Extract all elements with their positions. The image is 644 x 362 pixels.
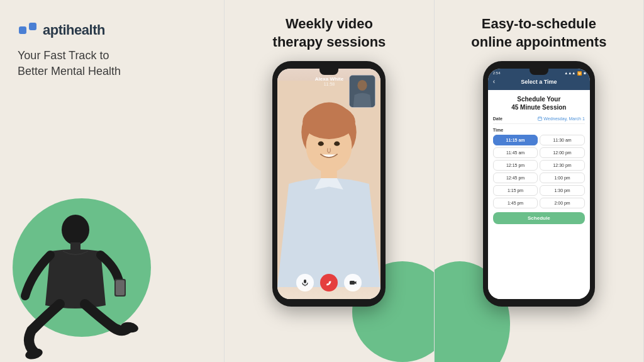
aptihealth-logo-icon — [18, 20, 38, 40]
time-slot[interactable]: 12:00 pm — [540, 147, 585, 158]
phone-screen-video: Alexa White 11:58 — [277, 69, 380, 299]
panel-scheduling: Easy-to-schedule online appointments 2:5… — [435, 0, 644, 362]
time-label: Time — [493, 128, 585, 132]
logo-text: aptihealth — [43, 22, 105, 38]
time-slot[interactable]: 1:00 pm — [540, 173, 585, 183]
time-slot[interactable]: 1:45 pm — [493, 198, 538, 208]
video-call-screen: Alexa White 11:58 — [277, 69, 380, 299]
mic-icon — [301, 279, 309, 286]
scheduling-body: Schedule Your 45 Minute Session Date Wed… — [488, 90, 590, 299]
time-slot[interactable]: 11:45 am — [493, 147, 538, 158]
svg-point-15 — [335, 142, 340, 146]
pip-face — [350, 76, 375, 107]
time-slot[interactable]: 12:15 pm — [493, 160, 538, 171]
time-slot[interactable]: 12:30 pm — [540, 160, 585, 171]
video-controls — [277, 274, 380, 291]
phone-notch — [319, 69, 338, 75]
end-call-icon — [325, 279, 333, 286]
svg-point-9 — [358, 80, 367, 91]
camera-icon — [349, 279, 357, 286]
phone-scheduling-mockup: 2:54 ▲▲▲ 🛜 ■ ‹ Select a Time Schedule Yo… — [483, 61, 595, 307]
logo-area: aptihealth — [18, 20, 105, 40]
sched-phone-notch — [530, 69, 548, 75]
svg-rect-20 — [538, 117, 542, 121]
end-call-button[interactable] — [320, 274, 338, 291]
battery-icon: ■ — [584, 71, 586, 76]
panel-brand: aptihealth Your Fast Track to Better Men… — [0, 0, 225, 362]
svg-point-13 — [303, 105, 356, 139]
time-slot[interactable]: 1:15 pm — [493, 185, 538, 196]
time-slot[interactable]: 2:00 pm — [540, 198, 585, 208]
calendar-icon — [538, 116, 542, 121]
time-slot[interactable]: 12:45 pm — [493, 173, 538, 183]
wifi-icon: 🛜 — [577, 71, 582, 76]
camera-button[interactable] — [344, 274, 362, 291]
svg-rect-5 — [116, 280, 125, 295]
svg-rect-19 — [350, 281, 355, 285]
phone-video-mockup: Alexa White 11:58 — [272, 61, 386, 307]
date-value[interactable]: Wednesday, March 1 — [538, 116, 585, 121]
status-icons: ▲▲▲ 🛜 ■ — [564, 71, 586, 76]
date-row: Date Wednesday, March 1 — [493, 116, 585, 124]
phone-screen-scheduling: 2:54 ▲▲▲ 🛜 ■ ‹ Select a Time Schedule Yo… — [488, 69, 590, 299]
schedule-heading: Schedule Your 45 Minute Session — [493, 95, 585, 111]
pip-person-svg — [350, 75, 375, 108]
svg-point-14 — [318, 142, 324, 146]
person-silhouette — [13, 192, 138, 362]
schedule-button[interactable]: Schedule — [493, 212, 585, 224]
signal-icon: ▲▲▲ — [564, 71, 575, 76]
status-time: 2:54 — [493, 71, 501, 75]
mute-button[interactable] — [296, 274, 314, 291]
screen-title: Select a Time — [521, 79, 557, 85]
svg-rect-1 — [29, 23, 36, 30]
panel-video: Weekly video therapy sessions Alexa Whit… — [225, 0, 434, 362]
time-slot[interactable]: 1:30 pm — [540, 185, 585, 196]
svg-point-2 — [62, 215, 89, 245]
svg-rect-17 — [304, 280, 306, 283]
tagline: Your Fast Track to Better Mental Health — [18, 48, 121, 79]
back-button[interactable]: ‹ — [493, 78, 495, 85]
panel2-title: Weekly video therapy sessions — [273, 15, 386, 51]
svg-rect-0 — [19, 26, 26, 34]
time-slot[interactable]: 11:30 am — [540, 135, 585, 145]
pip-thumbnail — [349, 75, 375, 108]
panel3-title: Easy-to-schedule online appointments — [471, 15, 606, 51]
time-slot[interactable]: 11:15 am — [493, 135, 538, 145]
date-label: Date — [493, 116, 502, 121]
time-slots-grid: 11:15 am11:30 am11:45 am12:00 pm12:15 pm… — [493, 135, 585, 208]
